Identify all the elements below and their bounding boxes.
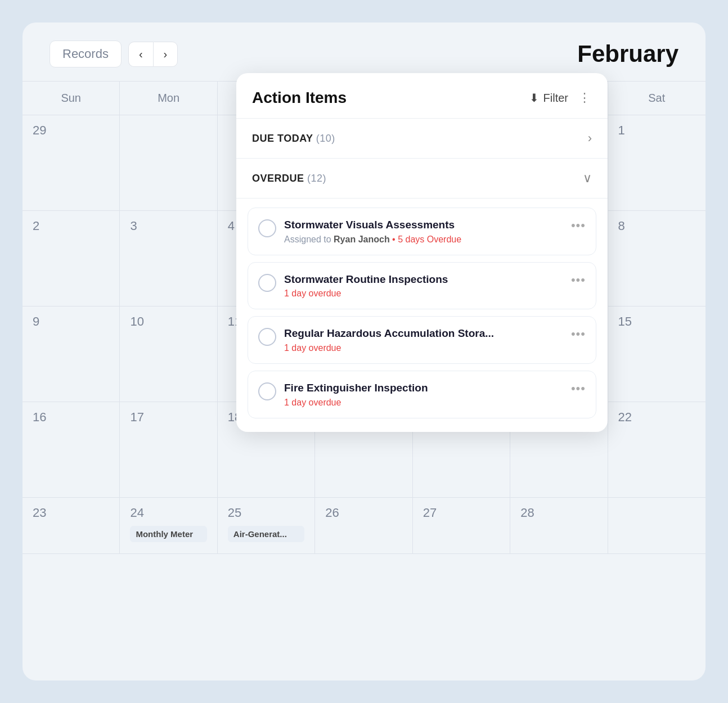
- action-item-more-button[interactable]: •••: [567, 327, 586, 341]
- month-title: February: [577, 40, 678, 67]
- assigned-name: Ryan Janoch: [334, 235, 390, 244]
- action-panel-title: Action Items: [252, 89, 347, 107]
- due-today-chevron-right-icon: ›: [588, 131, 592, 146]
- action-item-checkbox[interactable]: [258, 328, 276, 346]
- cal-date: 3: [130, 219, 137, 233]
- action-item-left: Stormwater Routine Inspections 1 day ove…: [258, 273, 448, 299]
- more-options-button[interactable]: ⋮: [578, 91, 592, 105]
- cal-date: 24: [130, 506, 143, 520]
- cal-date: 28: [520, 506, 534, 520]
- action-item-checkbox[interactable]: [258, 274, 276, 292]
- cal-cell-16[interactable]: 16: [23, 402, 120, 498]
- cal-cell-26[interactable]: 26: [315, 498, 412, 554]
- action-item-text: Stormwater Visuals Assessments Assigned …: [284, 218, 461, 245]
- cal-cell-2[interactable]: 2: [23, 211, 120, 307]
- header-left: Records ‹ ›: [50, 40, 178, 67]
- day-header-mon: Mon: [120, 82, 217, 115]
- action-item-sub: 1 day overdue: [284, 289, 448, 299]
- cal-cell-15[interactable]: 15: [608, 307, 705, 402]
- cal-date: 22: [618, 410, 632, 424]
- action-item-title: Stormwater Visuals Assessments: [284, 218, 461, 232]
- action-item-left: Regular Hazardous Accumulation Stora... …: [258, 327, 494, 353]
- cal-cell-22[interactable]: 22: [608, 402, 705, 498]
- overdue-text: 1 day overdue: [284, 343, 341, 353]
- cal-date: 2: [33, 219, 39, 233]
- prev-button[interactable]: ‹: [128, 42, 153, 67]
- action-item-text: Stormwater Routine Inspections 1 day ove…: [284, 273, 448, 299]
- action-item-sub: 1 day overdue: [284, 343, 494, 353]
- cal-cell-empty-end[interactable]: [608, 498, 705, 554]
- action-items-list: Stormwater Visuals Assessments Assigned …: [236, 199, 608, 427]
- cal-event-air-generat: Air-Generat...: [228, 526, 304, 542]
- overdue-text: 1 day overdue: [284, 398, 341, 407]
- action-item-checkbox[interactable]: [258, 219, 276, 237]
- day-header-sun: Sun: [23, 82, 120, 115]
- cal-date: 26: [325, 506, 339, 520]
- next-button[interactable]: ›: [153, 42, 178, 67]
- overdue-chevron-down-icon: ∨: [583, 171, 592, 186]
- action-item-stormwater-routine[interactable]: Stormwater Routine Inspections 1 day ove…: [248, 262, 596, 310]
- action-items-panel: Action Items ⬇ Filter ⋮ DUE TODAY (10) ›…: [236, 73, 608, 432]
- cal-cell-10[interactable]: 10: [120, 307, 217, 402]
- action-item-left: Fire Extinguisher Inspection 1 day overd…: [258, 381, 428, 408]
- due-today-count: (10): [316, 133, 335, 144]
- nav-button-group: ‹ ›: [128, 42, 178, 67]
- cal-date: 25: [228, 506, 241, 520]
- cal-date: 23: [33, 506, 46, 520]
- action-panel-header: Action Items ⬇ Filter ⋮: [236, 73, 608, 119]
- action-item-sub: Assigned to Ryan Janoch • 5 days Overdue: [284, 235, 461, 245]
- cal-cell-27[interactable]: 27: [413, 498, 510, 554]
- cal-cell-23[interactable]: 23: [23, 498, 120, 554]
- action-item-text: Regular Hazardous Accumulation Stora... …: [284, 327, 494, 353]
- overdue-text: • 5 days Overdue: [390, 235, 461, 244]
- cal-cell-3[interactable]: 3: [120, 211, 217, 307]
- cal-date: 29: [33, 123, 46, 137]
- cal-date: 17: [130, 410, 143, 424]
- cal-date: 10: [130, 314, 143, 328]
- due-today-label: DUE TODAY (10): [252, 133, 335, 145]
- cal-date: 1: [618, 123, 625, 137]
- cal-cell-25[interactable]: 25 Air-Generat...: [218, 498, 315, 554]
- action-panel-actions: ⬇ Filter ⋮: [529, 91, 592, 105]
- cal-cell-29[interactable]: 29: [23, 115, 120, 211]
- cal-cell-9[interactable]: 9: [23, 307, 120, 402]
- action-item-fire-extinguisher[interactable]: Fire Extinguisher Inspection 1 day overd…: [248, 371, 596, 418]
- action-item-title: Regular Hazardous Accumulation Stora...: [284, 327, 494, 341]
- action-item-sub: 1 day overdue: [284, 398, 428, 408]
- cal-cell-8[interactable]: 8: [608, 211, 705, 307]
- cal-date: 4: [228, 219, 235, 233]
- cal-cell-28[interactable]: 28: [510, 498, 608, 554]
- action-item-more-button[interactable]: •••: [567, 218, 586, 233]
- overdue-text: 1 day overdue: [284, 289, 341, 298]
- overdue-section[interactable]: OVERDUE (12) ∨: [236, 159, 608, 199]
- overdue-label: OVERDUE (12): [252, 173, 326, 184]
- action-item-checkbox[interactable]: [258, 382, 276, 400]
- cal-cell-24[interactable]: 24 Monthly Meter: [120, 498, 217, 554]
- action-item-left: Stormwater Visuals Assessments Assigned …: [258, 218, 461, 245]
- cal-cell-sat1[interactable]: 1: [608, 115, 705, 211]
- action-item-title: Fire Extinguisher Inspection: [284, 381, 428, 395]
- cal-event-monthly-meter: Monthly Meter: [130, 526, 206, 542]
- overdue-count: (12): [307, 173, 326, 184]
- app-container: Records ‹ › February Sun Mon Tue Wed Thu…: [23, 22, 705, 681]
- due-today-section[interactable]: DUE TODAY (10) ›: [236, 119, 608, 159]
- action-item-text: Fire Extinguisher Inspection 1 day overd…: [284, 381, 428, 408]
- action-item-more-button[interactable]: •••: [567, 273, 586, 287]
- cal-cell-17[interactable]: 17: [120, 402, 217, 498]
- filter-label: Filter: [543, 92, 568, 105]
- cal-date: 27: [423, 506, 437, 520]
- cal-date: 8: [618, 219, 625, 233]
- cal-cell-mon1[interactable]: [120, 115, 217, 211]
- filter-button[interactable]: ⬇ Filter: [529, 91, 568, 105]
- action-item-hazardous[interactable]: Regular Hazardous Accumulation Stora... …: [248, 316, 596, 364]
- cal-date: 15: [618, 314, 632, 328]
- action-item-stormwater-visuals[interactable]: Stormwater Visuals Assessments Assigned …: [248, 208, 596, 255]
- day-header-sat: Sat: [608, 82, 705, 115]
- action-item-more-button[interactable]: •••: [567, 381, 586, 396]
- records-button[interactable]: Records: [50, 40, 122, 67]
- cal-date: 9: [33, 314, 39, 328]
- download-icon: ⬇: [529, 91, 539, 105]
- action-item-title: Stormwater Routine Inspections: [284, 273, 448, 287]
- cal-date: 16: [33, 410, 46, 424]
